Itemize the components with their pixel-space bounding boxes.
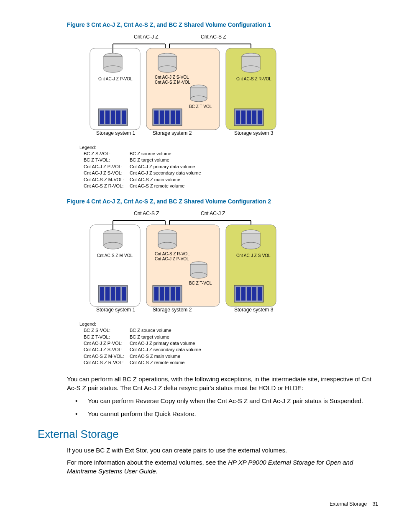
svg-point-22 <box>242 66 260 72</box>
svg-rect-38 <box>247 111 251 124</box>
svg-point-60 <box>190 272 207 278</box>
svg-rect-30 <box>154 111 159 124</box>
svg-rect-71 <box>154 287 159 301</box>
svg-rect-37 <box>241 111 246 124</box>
list-item: You can perform Reverse Copy only when t… <box>75 396 378 405</box>
para3: For more information about the external … <box>67 458 378 475</box>
fig4-vol2a: Cnt AC-S Z R-VOL <box>155 252 190 256</box>
svg-rect-66 <box>105 287 110 301</box>
fig4-top1: Cnt AC-S Z <box>134 211 159 216</box>
footer-section: External Storage <box>330 501 367 507</box>
fig4-vol2c: BC Z T-VOL <box>189 281 212 285</box>
svg-rect-72 <box>160 287 164 301</box>
fig4-vol3: Cnt AC-J Z S-VOL <box>236 253 271 258</box>
fig3-top1: Cnt AC-J Z <box>134 34 159 40</box>
svg-rect-78 <box>241 287 246 301</box>
fig3-vol2a: Cnt AC-J Z S-VOL <box>155 75 189 80</box>
svg-rect-27 <box>116 111 120 124</box>
svg-point-13 <box>104 66 122 72</box>
svg-rect-32 <box>165 111 169 124</box>
fig3-vol3: Cnt AC-S Z R-VOL <box>236 77 271 81</box>
svg-rect-69 <box>122 287 126 301</box>
svg-rect-77 <box>236 287 240 301</box>
section-heading-external-storage: External Storage <box>38 427 378 442</box>
svg-rect-74 <box>171 287 175 301</box>
svg-point-19 <box>190 96 207 102</box>
svg-rect-33 <box>171 111 175 124</box>
fig4-vol2b: Cnt AC-J Z P-VOL <box>155 257 189 261</box>
svg-point-54 <box>104 242 122 249</box>
fig3-vol2c: BC Z T-VOL <box>189 104 212 109</box>
fig4-sys3: Storage system 3 <box>234 307 274 313</box>
svg-rect-75 <box>176 287 180 301</box>
fig3-sys1: Storage system 1 <box>96 130 136 136</box>
fig3-vol1: Cnt AC-J Z P-VOL <box>98 77 133 81</box>
para2: If you use BC Z with Ext Stor, you can c… <box>67 446 378 455</box>
svg-rect-26 <box>111 111 115 124</box>
svg-rect-34 <box>176 111 180 124</box>
footer-page-number: 31 <box>373 501 378 507</box>
fig4-top2: Cnt AC-J Z <box>201 211 225 216</box>
svg-rect-40 <box>258 111 262 124</box>
svg-rect-25 <box>105 111 110 124</box>
svg-rect-31 <box>160 111 164 124</box>
svg-point-57 <box>158 242 176 249</box>
svg-rect-28 <box>122 111 126 124</box>
svg-rect-80 <box>252 287 256 301</box>
exceptions-list: You can perform Reverse Copy only when t… <box>75 396 378 418</box>
svg-rect-79 <box>247 287 251 301</box>
svg-rect-73 <box>165 287 169 301</box>
page-footer: External Storage 31 <box>21 501 378 508</box>
figure4-title: Figure 4 Cnt Ac-J Z, Cnt Ac-S Z, and BC … <box>67 198 378 206</box>
figure4-legend: Legend: BC Z S-VOL:BC Z source volume BC… <box>79 321 378 366</box>
svg-rect-81 <box>258 287 262 301</box>
fig3-vol2b: Cnt AC-S Z M-VOL <box>155 80 190 85</box>
svg-rect-67 <box>111 287 115 301</box>
figure3-title: Figure 3 Cnt Ac-J Z, Cnt Ac-S Z, and BC … <box>67 21 378 29</box>
svg-rect-24 <box>100 111 104 124</box>
fig3-sys3: Storage system 3 <box>234 130 274 136</box>
fig3-sys2: Storage system 2 <box>153 130 192 136</box>
para1: You can perform all BC Z operations, wit… <box>67 375 378 392</box>
svg-rect-68 <box>116 287 120 301</box>
fig4-vol1: Cnt AC-S Z M-VOL <box>97 253 133 258</box>
fig3-top2: Cnt AC-S Z <box>201 34 226 40</box>
svg-rect-36 <box>236 111 240 124</box>
figure4-diagram: Cnt AC-S Z Cnt AC-J Z BC Z Cnt AC-S Z M-… <box>79 210 378 315</box>
fig4-sys2: Storage system 2 <box>153 307 192 313</box>
svg-rect-65 <box>100 287 104 301</box>
figure3-legend: Legend: BC Z S-VOL:BC Z source volume BC… <box>79 144 378 190</box>
svg-point-63 <box>242 242 260 249</box>
figure3-diagram: Cnt AC-J Z Cnt AC-S Z BC Z Cnt AC-J Z P-… <box>79 33 378 138</box>
list-item: You cannot perform the Quick Restore. <box>75 409 378 418</box>
fig4-sys1: Storage system 1 <box>96 307 136 313</box>
svg-rect-39 <box>252 111 256 124</box>
svg-point-16 <box>158 66 176 72</box>
